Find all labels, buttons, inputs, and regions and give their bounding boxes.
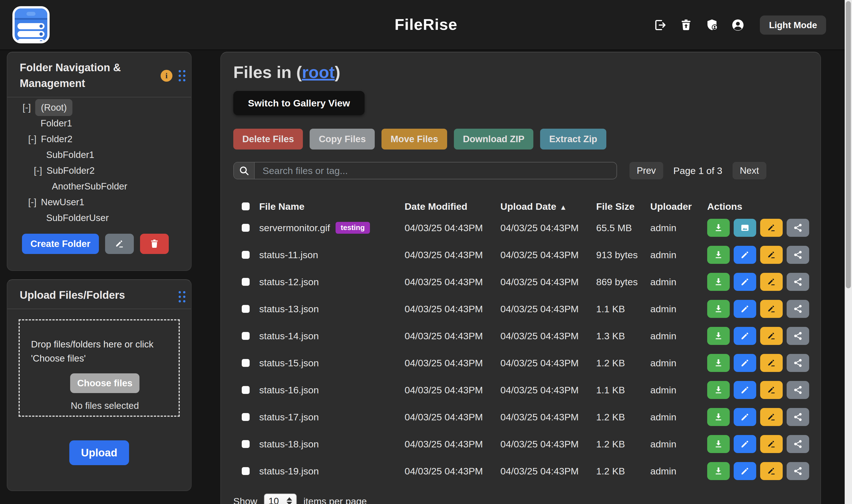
create-folder-button[interactable]: Create Folder xyxy=(22,234,99,254)
edit-button[interactable] xyxy=(734,300,756,318)
edit-button[interactable] xyxy=(734,462,756,480)
tree-collapse-toggle[interactable]: [-] xyxy=(22,100,31,115)
rename-button[interactable] xyxy=(760,381,783,399)
edit-button[interactable] xyxy=(734,273,756,291)
edit-button[interactable] xyxy=(734,408,756,426)
rename-button[interactable] xyxy=(760,246,783,264)
rename-button[interactable] xyxy=(760,354,783,372)
row-checkbox[interactable] xyxy=(242,305,250,313)
share-button[interactable] xyxy=(787,354,809,372)
folder-label[interactable]: (Root) xyxy=(35,99,72,116)
move-files-button[interactable]: Move Files xyxy=(382,129,447,149)
share-button[interactable] xyxy=(787,300,809,318)
rename-button[interactable] xyxy=(760,300,783,318)
file-name[interactable]: status-16.json xyxy=(259,384,319,396)
edit-button[interactable] xyxy=(734,381,756,399)
column-header-file-size[interactable]: File Size xyxy=(596,201,650,212)
download-button[interactable] xyxy=(707,354,730,372)
row-checkbox[interactable] xyxy=(242,332,250,340)
share-button[interactable] xyxy=(787,408,809,426)
file-name[interactable]: status-19.json xyxy=(259,466,319,477)
rename-button[interactable] xyxy=(760,462,783,480)
download-zip-button[interactable]: Download ZIP xyxy=(454,129,533,149)
root-folder-link[interactable]: root xyxy=(302,63,335,82)
column-header-file-name[interactable]: File Name xyxy=(259,201,404,212)
column-header-actions[interactable]: Actions xyxy=(707,201,809,212)
file-name[interactable]: servermonitor.gif xyxy=(259,222,330,233)
tree-collapse-toggle[interactable]: [-] xyxy=(28,194,36,210)
tree-collapse-toggle[interactable]: [-] xyxy=(28,131,36,147)
edit-button[interactable] xyxy=(734,354,756,372)
rename-folder-button[interactable] xyxy=(105,234,134,254)
rename-button[interactable] xyxy=(760,327,783,345)
row-checkbox[interactable] xyxy=(242,224,250,232)
file-name[interactable]: status-15.json xyxy=(259,358,319,368)
folder-label[interactable]: Folder1 xyxy=(40,115,72,131)
folder-label[interactable]: NewUser1 xyxy=(41,194,84,210)
edit-button[interactable] xyxy=(734,327,756,345)
file-name[interactable]: status-13.json xyxy=(259,304,319,314)
image-preview-button[interactable] xyxy=(734,219,756,237)
choose-files-button[interactable]: Choose files xyxy=(70,373,139,393)
delete-files-button[interactable]: Delete Files xyxy=(233,129,303,149)
download-button[interactable] xyxy=(707,462,730,480)
download-button[interactable] xyxy=(707,435,730,453)
row-checkbox[interactable] xyxy=(242,386,250,394)
download-button[interactable] xyxy=(707,327,730,345)
account-icon[interactable] xyxy=(731,18,745,32)
row-checkbox[interactable] xyxy=(242,251,250,259)
tree-collapse-toggle[interactable]: [-] xyxy=(34,163,42,179)
search-input[interactable] xyxy=(255,162,616,179)
file-name[interactable]: status-18.json xyxy=(259,439,319,450)
logout-icon[interactable] xyxy=(653,18,667,32)
rename-button[interactable] xyxy=(760,219,783,237)
share-button[interactable] xyxy=(787,273,809,291)
file-name[interactable]: status-17.json xyxy=(259,412,319,422)
folder-label[interactable]: SubFolder1 xyxy=(46,147,94,163)
folder-label[interactable]: Folder2 xyxy=(41,131,72,147)
rename-button[interactable] xyxy=(760,408,783,426)
light-mode-button[interactable]: Light Mode xyxy=(760,16,826,35)
download-button[interactable] xyxy=(707,219,730,237)
drag-handle-icon[interactable] xyxy=(179,291,186,302)
download-button[interactable] xyxy=(707,381,730,399)
select-all-checkbox[interactable] xyxy=(242,202,250,210)
drag-handle-icon[interactable] xyxy=(179,70,186,82)
folder-label[interactable]: SubFolderUser xyxy=(46,210,109,226)
row-checkbox[interactable] xyxy=(242,440,250,448)
next-page-button[interactable]: Next xyxy=(732,162,766,179)
column-header-upload-date[interactable]: Upload Date▲ xyxy=(500,201,596,212)
info-icon[interactable]: i xyxy=(161,70,172,82)
download-button[interactable] xyxy=(707,300,730,318)
delete-folder-button[interactable] xyxy=(140,234,169,254)
column-header-date-modified[interactable]: Date Modified xyxy=(404,201,500,212)
rename-button[interactable] xyxy=(760,435,783,453)
scrollbar-thumb[interactable] xyxy=(846,1,851,288)
copy-files-button[interactable]: Copy Files xyxy=(310,129,375,149)
row-checkbox[interactable] xyxy=(242,359,250,367)
share-button[interactable] xyxy=(787,435,809,453)
share-button[interactable] xyxy=(787,246,809,264)
upload-button[interactable]: Upload xyxy=(69,440,129,465)
admin-shield-icon[interactable] xyxy=(705,18,719,32)
row-checkbox[interactable] xyxy=(242,413,250,421)
file-dropzone[interactable]: Drop files/folders here or click 'Choose… xyxy=(19,319,180,417)
download-button[interactable] xyxy=(707,246,730,264)
download-button[interactable] xyxy=(707,408,730,426)
file-name[interactable]: status-12.json xyxy=(259,276,319,287)
rename-button[interactable] xyxy=(760,273,783,291)
file-name[interactable]: status-14.json xyxy=(259,330,319,342)
share-button[interactable] xyxy=(787,462,809,480)
file-name[interactable]: status-11.json xyxy=(259,250,318,260)
edit-button[interactable] xyxy=(734,246,756,264)
share-button[interactable] xyxy=(787,219,809,237)
row-checkbox[interactable] xyxy=(242,467,250,475)
row-checkbox[interactable] xyxy=(242,278,250,286)
items-per-page-select[interactable]: 10 xyxy=(264,493,297,504)
download-button[interactable] xyxy=(707,273,730,291)
prev-page-button[interactable]: Prev xyxy=(629,162,663,179)
share-button[interactable] xyxy=(787,327,809,345)
edit-button[interactable] xyxy=(734,435,756,453)
share-button[interactable] xyxy=(787,381,809,399)
folder-label[interactable]: AnotherSubFolder xyxy=(52,179,127,194)
